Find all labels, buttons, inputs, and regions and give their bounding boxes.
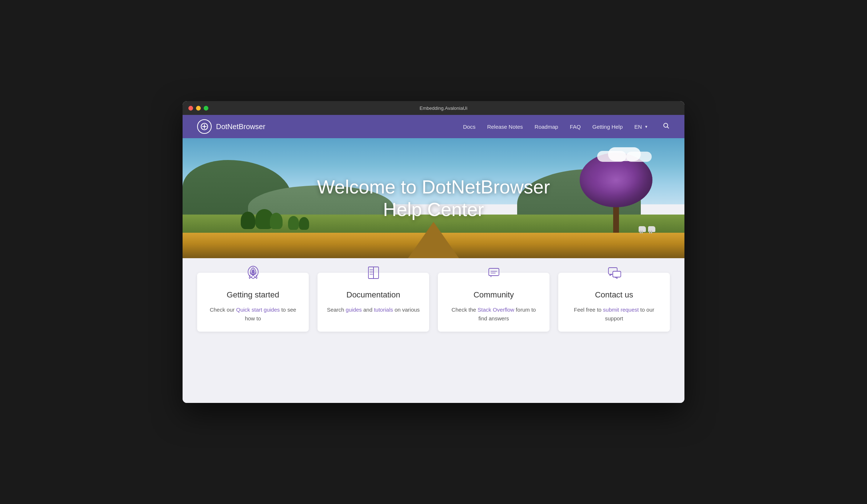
search-icon — [663, 122, 670, 129]
community-title: Community — [447, 290, 541, 300]
minimize-button[interactable] — [196, 106, 201, 111]
cards-section: Getting started Check our Quick start gu… — [183, 258, 684, 403]
contact-us-title: Contact us — [567, 290, 661, 300]
nav-docs[interactable]: Docs — [463, 124, 475, 130]
getting-started-icon-wrapper — [243, 263, 263, 283]
chat-icon — [486, 265, 502, 281]
getting-started-title: Getting started — [206, 290, 300, 300]
documentation-title: Documentation — [326, 290, 420, 300]
guides-link[interactable]: guides — [346, 307, 362, 313]
brand-icon — [197, 119, 212, 134]
hero-title: Welcome to DotNetBrowser Help Center — [317, 176, 550, 221]
contact-us-card: Contact us Feel free to submit request t… — [558, 273, 670, 332]
svg-line-4 — [667, 127, 669, 128]
quick-start-guides-link[interactable]: Quick start guides — [236, 307, 280, 313]
documentation-card: Documentation Search guides and tutorial… — [317, 273, 429, 332]
contact-us-text: Feel free to submit request to our suppo… — [567, 305, 661, 323]
browser-window: Embedding.AvaloniaUi DotNetBrowser Docs … — [183, 101, 684, 403]
traffic-lights — [188, 106, 208, 111]
hero-title-line2: Help Center — [317, 198, 550, 221]
window-title: Embedding.AvaloniaUi — [208, 105, 679, 111]
nav-getting-help[interactable]: Getting Help — [592, 124, 623, 130]
nav-links: Docs Release Notes Roadmap FAQ Getting H… — [463, 122, 670, 131]
book-icon — [365, 265, 381, 281]
hero-overlay: Welcome to DotNetBrowser Help Center — [183, 138, 684, 258]
hero-title-line1: Welcome to DotNetBrowser — [317, 176, 550, 198]
titlebar: Embedding.AvaloniaUi — [183, 101, 684, 115]
rocket-icon — [245, 265, 261, 281]
nav-faq[interactable]: FAQ — [570, 124, 581, 130]
documentation-text: Search guides and tutorials on various — [326, 305, 420, 314]
nav-roadmap[interactable]: Roadmap — [535, 124, 558, 130]
stackoverflow-link[interactable]: Stack Overflow — [478, 307, 514, 313]
contact-icon — [606, 265, 622, 281]
community-icon-wrapper — [484, 263, 504, 283]
svg-rect-13 — [613, 271, 621, 277]
submit-request-link[interactable]: submit request — [603, 307, 639, 313]
getting-started-text: Check our Quick start guides to see how … — [206, 305, 300, 323]
lang-label: EN — [634, 124, 642, 130]
cards-grid: Getting started Check our Quick start gu… — [197, 273, 670, 332]
brand: DotNetBrowser — [197, 119, 265, 134]
hero-text-block: Welcome to DotNetBrowser Help Center — [317, 176, 550, 221]
svg-rect-9 — [489, 268, 499, 276]
close-button[interactable] — [188, 106, 193, 111]
maximize-button[interactable] — [204, 106, 208, 111]
community-card: Community Check the Stack Overflow forum… — [438, 273, 550, 332]
navbar: DotNetBrowser Docs Release Notes Roadmap… — [183, 115, 684, 138]
community-text: Check the Stack Overflow forum to find a… — [447, 305, 541, 323]
search-button[interactable] — [663, 122, 670, 131]
contact-us-icon-wrapper — [604, 263, 624, 283]
svg-point-3 — [664, 123, 668, 127]
browser-content: DotNetBrowser Docs Release Notes Roadmap… — [183, 115, 684, 403]
hero-section: Welcome to DotNetBrowser Help Center — [183, 138, 684, 258]
brand-name: DotNetBrowser — [216, 123, 265, 131]
tutorials-link[interactable]: tutorials — [374, 307, 393, 313]
logo-icon — [200, 123, 208, 131]
getting-started-card: Getting started Check our Quick start gu… — [197, 273, 309, 332]
documentation-icon-wrapper — [363, 263, 384, 283]
chevron-down-icon: ▼ — [644, 125, 648, 129]
language-selector[interactable]: EN ▼ — [634, 124, 648, 130]
nav-release-notes[interactable]: Release Notes — [487, 124, 523, 130]
